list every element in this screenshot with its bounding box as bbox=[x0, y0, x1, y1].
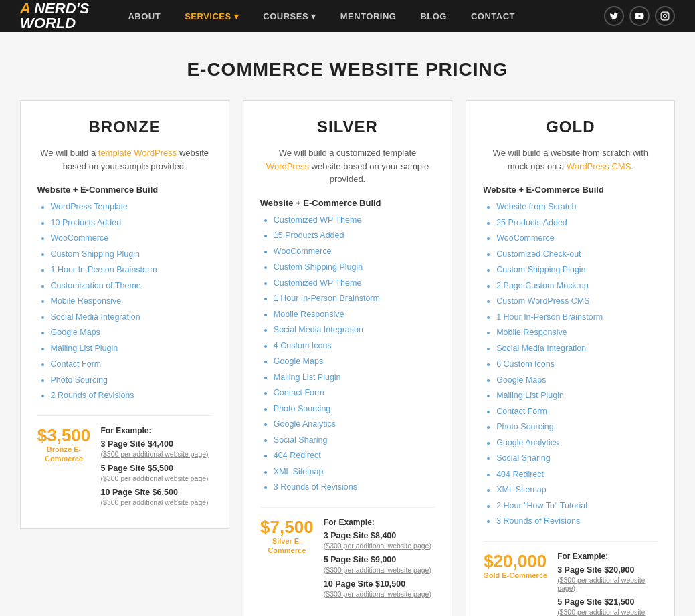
pricing-grid: BRONZEWe will build a template WordPress… bbox=[10, 100, 686, 616]
list-item: WooCommerce bbox=[496, 233, 658, 245]
svg-point-2 bbox=[664, 15, 667, 18]
plan-title-bronze: BRONZE bbox=[37, 118, 212, 136]
feature-list-bronze: WordPress Template10 Products AddedWooCo… bbox=[37, 201, 212, 402]
plan-title-gold: GOLD bbox=[483, 118, 658, 136]
plan-desc-gold: We will build a website from scratch wit… bbox=[483, 146, 658, 173]
price-block-gold: $20,000Gold E-Commerce bbox=[483, 552, 547, 581]
section-label-silver: Website + E-Commerce Build bbox=[260, 198, 435, 208]
plan-card-silver: SILVERWe will build a customized templat… bbox=[243, 100, 452, 616]
price-sub: ($300 per additional website page) bbox=[324, 566, 435, 574]
nav-contact[interactable]: CONTACT bbox=[459, 0, 527, 32]
list-item: Social Media Integration bbox=[274, 324, 435, 336]
for-example-label: For Example: bbox=[101, 426, 212, 435]
list-item: Google Maps bbox=[51, 327, 212, 339]
list-item: 2 Rounds of Revisions bbox=[51, 390, 212, 402]
list-item: 2 Hour "How To" Tutorial bbox=[496, 500, 658, 512]
list-item: Google Maps bbox=[274, 356, 435, 368]
list-item: Google Maps bbox=[496, 375, 658, 387]
list-item: Customized Check-out bbox=[496, 249, 658, 261]
site-logo[interactable]: A NERD'SWORLD bbox=[20, 1, 89, 31]
big-price-silver: $7,500 bbox=[260, 518, 314, 537]
list-item: Customized WP Theme bbox=[274, 278, 435, 290]
plan-title-silver: SILVER bbox=[260, 118, 435, 136]
twitter-icon[interactable] bbox=[604, 6, 624, 26]
list-item: 404 Redirect bbox=[274, 450, 435, 462]
list-item: Contact Form bbox=[496, 406, 658, 418]
list-item: Photo Sourcing bbox=[51, 375, 212, 387]
price-sub: ($300 per additional website page) bbox=[101, 498, 212, 506]
price-line: 5 Page Site $9,000 bbox=[324, 555, 435, 564]
price-examples-gold: For Example:3 Page Site $20,900($300 per… bbox=[557, 552, 658, 617]
list-item: Mobile Responsive bbox=[496, 327, 658, 339]
list-item: Photo Sourcing bbox=[274, 403, 435, 415]
list-item: 1 Hour In-Person Brainstorm bbox=[496, 312, 658, 324]
price-line: 5 Page Site $5,500 bbox=[101, 464, 212, 473]
list-item: 10 Products Added bbox=[51, 217, 212, 229]
list-item: Custom WordPress CMS bbox=[496, 296, 658, 308]
plan-card-bronze: BRONZEWe will build a template WordPress… bbox=[20, 100, 229, 529]
price-sub: ($300 per additional website page) bbox=[557, 576, 658, 592]
list-item: 15 Products Added bbox=[274, 230, 435, 242]
list-item: 2 Page Custom Mock-up bbox=[496, 280, 658, 292]
for-example-label: For Example: bbox=[557, 552, 658, 561]
list-item: Social Sharing bbox=[496, 453, 658, 465]
price-block-bronze: $3,500Bronze E- Commerce bbox=[37, 426, 91, 464]
list-item: Mailing List Plugin bbox=[274, 372, 435, 384]
price-examples-silver: For Example:3 Page Site $8,400($300 per … bbox=[324, 518, 435, 603]
price-line: 5 Page Site $21,500 bbox=[557, 597, 658, 607]
navbar: A NERD'SWORLD ABOUT SERVICES ▾ COURSES ▾… bbox=[0, 0, 695, 32]
list-item: Custom Shipping Plugin bbox=[274, 262, 435, 274]
list-item: XML Sitemap bbox=[274, 466, 435, 478]
list-item: Mailing List Plugin bbox=[496, 390, 658, 402]
feature-list-silver: Customized WP Theme15 Products AddedWooC… bbox=[260, 215, 435, 494]
plan-desc-bronze: We will build a template WordPress websi… bbox=[37, 146, 212, 173]
section-label-gold: Website + E-Commerce Build bbox=[483, 185, 658, 195]
price-sub: ($300 per additional website page) bbox=[324, 590, 435, 598]
svg-point-3 bbox=[667, 13, 668, 14]
pricing-footer-bronze: $3,500Bronze E- CommerceFor Example:3 Pa… bbox=[37, 415, 212, 512]
section-label-bronze: Website + E-Commerce Build bbox=[37, 185, 212, 195]
youtube-icon[interactable] bbox=[629, 6, 650, 26]
nav-mentoring[interactable]: MENTORING bbox=[328, 0, 409, 32]
list-item: 25 Products Added bbox=[496, 217, 658, 229]
list-item: Social Media Integration bbox=[51, 312, 212, 324]
price-line: 10 Page Site $10,500 bbox=[324, 579, 435, 589]
price-sub: ($300 per additional website page) bbox=[101, 474, 212, 482]
list-item: Custom Shipping Plugin bbox=[51, 249, 212, 261]
nav-blog[interactable]: BLOG bbox=[408, 0, 459, 32]
list-item: WooCommerce bbox=[51, 233, 212, 245]
list-item: Social Media Integration bbox=[496, 343, 658, 355]
price-block-silver: $7,500Silver E- Commerce bbox=[260, 518, 314, 556]
social-icons bbox=[604, 6, 675, 26]
plan-card-gold: GOLDWe will build a website from scratch… bbox=[466, 100, 675, 616]
list-item: Social Sharing bbox=[274, 435, 435, 447]
nav-about[interactable]: ABOUT bbox=[116, 0, 173, 32]
list-item: Website from Scratch bbox=[496, 201, 658, 213]
nav-courses[interactable]: COURSES ▾ bbox=[251, 0, 328, 32]
pricing-footer-gold: $20,000Gold E-CommerceFor Example:3 Page… bbox=[483, 541, 658, 617]
feature-list-gold: Website from Scratch25 Products AddedWoo… bbox=[483, 201, 658, 528]
list-item: 1 Hour In-Person Brainstorm bbox=[51, 264, 212, 276]
price-line: 3 Page Site $4,400 bbox=[101, 439, 212, 449]
nav-services[interactable]: SERVICES ▾ bbox=[173, 0, 251, 32]
list-item: Custom Shipping Plugin bbox=[496, 264, 658, 276]
page-title: E-COMMERCE WEBSITE PRICING bbox=[0, 32, 695, 100]
plan-type-bronze: Bronze E- Commerce bbox=[37, 445, 91, 464]
list-item: 1 Hour In-Person Brainstorm bbox=[274, 293, 435, 305]
list-item: Photo Sourcing bbox=[496, 421, 658, 433]
list-item: Customized WP Theme bbox=[274, 215, 435, 227]
price-line: 3 Page Site $20,900 bbox=[557, 565, 658, 575]
price-examples-bronze: For Example:3 Page Site $4,400($300 per … bbox=[101, 426, 212, 512]
svg-rect-1 bbox=[661, 12, 669, 20]
pricing-footer-silver: $7,500Silver E- CommerceFor Example:3 Pa… bbox=[260, 507, 435, 603]
list-item: 6 Custom Icons bbox=[496, 358, 658, 371]
price-sub: ($300 per additional website page) bbox=[324, 542, 435, 550]
instagram-icon[interactable] bbox=[655, 6, 675, 26]
price-sub: ($300 per additional website page) bbox=[101, 450, 212, 458]
plan-type-gold: Gold E-Commerce bbox=[483, 571, 547, 580]
list-item: Mobile Responsive bbox=[51, 296, 212, 308]
big-price-gold: $20,000 bbox=[483, 552, 547, 571]
list-item: Customization of Theme bbox=[51, 280, 212, 292]
list-item: Google Analytics bbox=[496, 437, 658, 449]
list-item: 3 Rounds of Revisions bbox=[274, 482, 435, 494]
